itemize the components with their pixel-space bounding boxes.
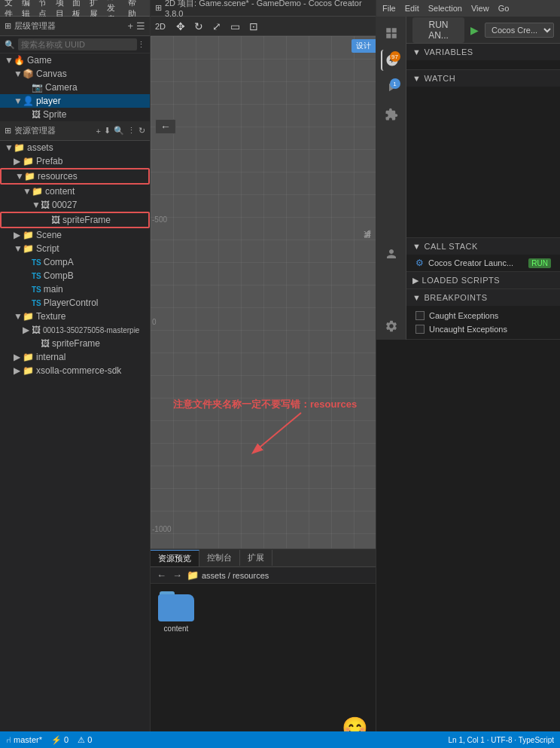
tree-texture[interactable]: ▼ 📁 Texture xyxy=(0,310,150,323)
bp-caught-exceptions[interactable]: Caught Exceptions xyxy=(412,309,554,322)
tree-main[interactable]: TS main xyxy=(0,282,150,296)
status-branch[interactable]: ⑁ master* xyxy=(6,735,42,744)
tree-00027[interactable]: ▼ 🖼 00027 xyxy=(0,198,150,212)
red-arrow xyxy=(241,405,316,466)
tree-script[interactable]: ▼ 📁 Script xyxy=(0,242,150,255)
asset-search-btn[interactable]: 🔍 xyxy=(114,126,124,136)
activity-avatar[interactable] xyxy=(381,243,402,264)
loaded-scripts-title: LOADED SCRIPTS xyxy=(422,276,501,285)
back-button[interactable]: ← xyxy=(155,119,176,134)
filter-icon[interactable]: ⋮ xyxy=(137,40,145,50)
call-stack-item-0[interactable]: ⚙ Cocos Creator Launc... RUN xyxy=(406,255,560,271)
rotate-tool-btn[interactable]: ↻ xyxy=(191,19,206,34)
activity-settings[interactable] xyxy=(381,316,402,337)
tree-playercontrol[interactable]: TS PlayerControl xyxy=(0,296,150,310)
loaded-scripts-arrow: ▶ xyxy=(412,276,419,285)
path-forward-btn[interactable]: → xyxy=(171,569,184,581)
menu-vscode-go[interactable]: Go xyxy=(498,4,510,13)
resources-label: resources xyxy=(38,171,78,182)
asset-tree: ▼ 📁 assets ▶ 📁 Prefab ▼ 📁 resources ▼ 📁 … xyxy=(0,141,150,748)
activity-extensions[interactable] xyxy=(381,104,402,125)
tree-item-game[interactable]: ▼ 🔥 Game xyxy=(0,53,150,67)
tab-console[interactable]: 控制台 xyxy=(199,550,240,566)
watch-header[interactable]: ▼ WATCH xyxy=(406,70,560,87)
run-config-dropdown[interactable]: Cocos Cre... xyxy=(485,23,554,38)
variables-content xyxy=(406,60,560,69)
debug-run-bar: RUN AN... ▶ Cocos Cre... xyxy=(406,17,560,44)
debug-panel: RUN AN... ▶ Cocos Cre... ▼ VARIABLES ▼ xyxy=(406,17,560,340)
tree-resources[interactable]: ▼ 📁 resources xyxy=(0,168,150,185)
svg-line-1 xyxy=(256,413,301,450)
menu-vscode-file[interactable]: File xyxy=(382,4,396,13)
variables-title: VARIABLES xyxy=(424,47,473,56)
tree-item-sprite[interactable]: 🖼 Sprite xyxy=(0,108,150,121)
layer-menu-btn[interactable]: ☰ xyxy=(136,20,145,32)
variables-arrow: ▼ xyxy=(412,47,421,56)
variables-header[interactable]: ▼ VARIABLES xyxy=(406,44,560,60)
activity-debug[interactable]: 97 xyxy=(381,50,402,71)
arrow-game: ▼ xyxy=(5,55,14,66)
tree-item-camera[interactable]: 📷 Camera xyxy=(0,81,150,94)
game-icon: 🔥 xyxy=(14,55,25,66)
run-button[interactable]: RUN AN... xyxy=(412,17,464,43)
content-folder-icon xyxy=(158,591,194,621)
path-back-btn[interactable]: ← xyxy=(155,569,168,581)
tree-internal[interactable]: ▶ 📁 internal xyxy=(0,350,150,364)
asset-import-btn[interactable]: ⬇ xyxy=(104,126,111,136)
uncaught-exceptions-checkbox[interactable] xyxy=(415,325,425,334)
design-button[interactable]: 设计 xyxy=(352,39,376,53)
status-warnings[interactable]: ⚠ 0 xyxy=(78,735,92,745)
sprite-label: Sprite xyxy=(43,109,66,120)
rect-tool-btn[interactable]: ▭ xyxy=(227,19,243,34)
layer-search-input[interactable] xyxy=(18,38,137,50)
vscode-menu-bar: File Edit Selection View Go xyxy=(376,0,560,17)
assets-label: assets xyxy=(27,142,53,153)
layer-add-btn[interactable]: + xyxy=(127,20,133,32)
folder-internal-icon: 📁 xyxy=(23,352,34,362)
asset-add-btn[interactable]: + xyxy=(96,127,101,136)
tab-asset-preview[interactable]: 资源预览 xyxy=(151,550,199,566)
move-tool-btn[interactable]: ✥ xyxy=(173,19,188,34)
asset-refresh-btn[interactable]: ↻ xyxy=(138,126,145,136)
scene-toolbar: 2D ✥ ↻ ⤢ ▭ ⊡ xyxy=(151,17,376,36)
transform-tool-btn[interactable]: ⊡ xyxy=(246,19,261,34)
asset-icon: ⊞ xyxy=(5,126,11,136)
tree-compb[interactable]: TS CompB xyxy=(0,269,150,282)
caught-exceptions-checkbox[interactable] xyxy=(415,311,425,320)
tree-xsolla[interactable]: ▶ 📁 xsolla-commerce-sdk xyxy=(0,364,150,377)
tree-compa[interactable]: TS CompA xyxy=(0,255,150,269)
tree-spriteframe-1[interactable]: 🖼 spriteFrame xyxy=(0,212,150,228)
asset-path-bar: ← → 📁 assets / resources xyxy=(151,567,376,584)
menu-vscode-edit[interactable]: Edit xyxy=(405,4,419,13)
tree-prefab[interactable]: ▶ 📁 Prefab xyxy=(0,154,150,168)
play-icon[interactable]: ▶ xyxy=(470,24,479,36)
tree-assets[interactable]: ▼ 📁 assets xyxy=(0,141,150,154)
loaded-scripts-header[interactable]: ▶ LOADED SCRIPTS xyxy=(406,272,560,289)
status-errors[interactable]: ⚡ 0 xyxy=(51,735,68,745)
tree-item-player[interactable]: ▼ 👤 player xyxy=(0,94,150,108)
mode-2d[interactable]: 2D xyxy=(155,22,166,31)
asset-filter-btn[interactable]: ⋮ xyxy=(127,126,135,136)
scale-tool-btn[interactable]: ⤢ xyxy=(209,19,224,34)
activity-explorer[interactable] xyxy=(381,23,402,44)
menu-vscode-selection[interactable]: Selection xyxy=(428,4,462,13)
tree-item-canvas[interactable]: ▼ 📦 Canvas xyxy=(0,67,150,81)
tree-content[interactable]: ▼ 📁 content xyxy=(0,185,150,198)
scene-editor-header: ⊞ 2D 项目: Game.scene* - GameDemo - Cocos … xyxy=(151,0,376,17)
call-stack-arrow: ▼ xyxy=(412,242,421,251)
tab-extend[interactable]: 扩展 xyxy=(240,550,272,566)
menu-vscode-view[interactable]: View xyxy=(471,4,489,13)
activity-run[interactable]: 1 xyxy=(381,77,402,98)
breakpoints-header[interactable]: ▼ BREAKPOINTS xyxy=(406,289,560,306)
scene-view[interactable]: 设计 ← -500 0 注意文件夹名称一定不要写错：resources 扩展 -… xyxy=(151,36,376,548)
folder-xsolla-icon: 📁 xyxy=(23,365,34,376)
xsolla-label: xsolla-commerce-sdk xyxy=(36,365,121,376)
tree-spriteframe-2[interactable]: 🖼 spriteFrame xyxy=(0,337,150,350)
tree-masterpiece[interactable]: ▶ 🖼 00013-350275058-masterpie xyxy=(0,323,150,337)
tree-scene[interactable]: ▶ 📁 Scene xyxy=(0,228,150,242)
content-folder-label: content xyxy=(164,624,189,633)
asset-item-content[interactable]: content xyxy=(158,591,194,633)
bp-uncaught-exceptions[interactable]: Uncaught Exceptions xyxy=(412,322,554,336)
folder-scene-icon: 📁 xyxy=(23,230,34,240)
call-stack-header[interactable]: ▼ CALL STACK xyxy=(406,238,560,255)
